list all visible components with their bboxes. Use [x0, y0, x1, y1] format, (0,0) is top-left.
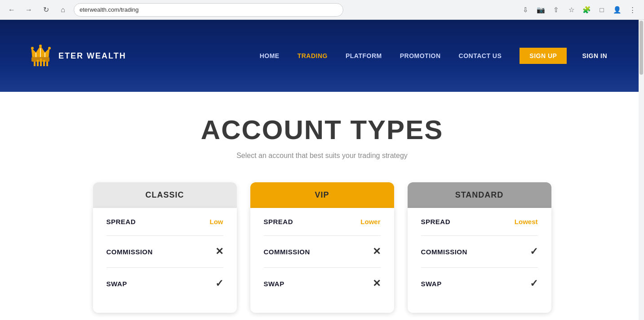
svg-rect-8	[34, 62, 36, 66]
svg-point-2	[39, 45, 42, 47]
scrollbar-thumb[interactable]	[640, 21, 643, 75]
classic-card: CLASSIC SPREAD Low COMMISSION ✕ SWAP ✓	[93, 182, 237, 313]
standard-spread-label: SPREAD	[421, 218, 451, 225]
vip-commission-value: ✕	[373, 246, 381, 257]
auth-buttons: SIGN UP SIGN IN	[520, 48, 617, 64]
classic-commission-value: ✕	[215, 246, 223, 257]
standard-card-body: SPREAD Lowest COMMISSION ✓ SWAP ✓	[408, 208, 551, 313]
classic-spread-row: SPREAD Low	[107, 208, 223, 236]
main-content: ACCOUNT TYPES Select an account that bes…	[0, 92, 644, 320]
profile-icon[interactable]: 👤	[611, 4, 623, 16]
url-text: eterwealth.com/trading	[80, 6, 139, 13]
reload-button[interactable]: ↻	[40, 4, 52, 16]
tab-icon[interactable]: □	[595, 4, 608, 16]
address-bar[interactable]: eterwealth.com/trading	[74, 3, 343, 17]
menu-icon[interactable]: ⋮	[626, 4, 639, 16]
classic-swap-value: ✓	[215, 278, 223, 289]
vip-spread-label: SPREAD	[264, 218, 293, 225]
standard-commission-value: ✓	[530, 246, 538, 257]
standard-spread-value: Lowest	[515, 218, 538, 225]
vip-swap-value: ✕	[373, 278, 381, 289]
logo-area: ETER WEALTH	[27, 44, 126, 68]
svg-rect-12	[46, 62, 48, 66]
vip-swap-row: SWAP ✕	[264, 268, 381, 299]
logo-icon	[27, 44, 54, 68]
screenshot-icon[interactable]: 📷	[534, 4, 547, 16]
page-subtitle: Select an account that best suits your t…	[36, 152, 608, 160]
home-button[interactable]: ⌂	[57, 4, 69, 16]
page-title: ACCOUNT TYPES	[36, 114, 608, 145]
vip-spread-row: SPREAD Lower	[264, 208, 381, 236]
standard-card: STANDARD SPREAD Lowest COMMISSION ✓ SWAP…	[408, 182, 551, 313]
main-nav: HOME TRADING PLATFORM PROMOTION CONTACT …	[260, 52, 502, 59]
vip-card-body: SPREAD Lower COMMISSION ✕ SWAP ✕	[250, 208, 394, 313]
signin-button[interactable]: SIGN IN	[572, 48, 617, 64]
classic-swap-label: SWAP	[107, 280, 127, 288]
standard-card-header: STANDARD	[408, 182, 551, 208]
cards-container: CLASSIC SPREAD Low COMMISSION ✕ SWAP ✓	[36, 182, 608, 313]
forward-button[interactable]: →	[22, 4, 35, 16]
standard-commission-row: COMMISSION ✓	[421, 236, 538, 268]
logo-text: ETER WEALTH	[58, 51, 126, 61]
nav-contact[interactable]: CONTACT US	[459, 52, 502, 59]
classic-commission-label: COMMISSION	[107, 248, 153, 256]
classic-card-body: SPREAD Low COMMISSION ✕ SWAP ✓	[93, 208, 237, 313]
svg-point-1	[31, 47, 34, 50]
vip-spread-value: Lower	[360, 218, 380, 225]
standard-spread-row: SPREAD Lowest	[421, 208, 538, 236]
vip-commission-row: COMMISSION ✕	[264, 236, 381, 268]
nav-home[interactable]: HOME	[260, 52, 280, 59]
svg-rect-11	[43, 60, 45, 66]
standard-swap-value: ✓	[530, 278, 538, 289]
standard-swap-row: SWAP ✓	[421, 268, 538, 299]
bookmark-icon[interactable]: ☆	[565, 4, 577, 16]
nav-promotion[interactable]: PROMOTION	[400, 52, 441, 59]
vip-card-header: VIP	[250, 182, 394, 208]
vip-card: VIP SPREAD Lower COMMISSION ✕ SWAP ✕	[250, 182, 394, 313]
nav-trading[interactable]: TRADING	[298, 52, 328, 59]
vip-swap-label: SWAP	[264, 280, 284, 288]
standard-commission-label: COMMISSION	[421, 248, 467, 256]
classic-spread-label: SPREAD	[107, 218, 136, 225]
standard-swap-label: SWAP	[421, 280, 442, 288]
classic-spread-value: Low	[210, 218, 223, 225]
nav-platform[interactable]: PLATFORM	[346, 52, 382, 59]
classic-commission-row: COMMISSION ✕	[107, 236, 223, 268]
classic-card-header: CLASSIC	[93, 182, 237, 208]
svg-rect-9	[37, 60, 39, 66]
svg-point-3	[48, 47, 51, 50]
download-icon[interactable]: ⇩	[519, 4, 532, 16]
share-icon[interactable]: ⇧	[550, 4, 562, 16]
extensions-icon[interactable]: 🧩	[580, 4, 593, 16]
svg-rect-10	[40, 59, 42, 66]
back-button[interactable]: ←	[5, 4, 18, 16]
scrollbar[interactable]	[639, 20, 644, 320]
browser-right-icons: ⇩ 📷 ⇧ ☆ 🧩 □ 👤 ⋮	[519, 4, 639, 16]
classic-swap-row: SWAP ✓	[107, 268, 223, 299]
signup-button[interactable]: SIGN UP	[520, 48, 567, 64]
browser-chrome: ← → ↻ ⌂ eterwealth.com/trading ⇩ 📷 ⇧ ☆ 🧩…	[0, 0, 644, 20]
site-header: ETER WEALTH HOME TRADING PLATFORM PROMOT…	[0, 20, 644, 92]
vip-commission-label: COMMISSION	[264, 248, 310, 256]
